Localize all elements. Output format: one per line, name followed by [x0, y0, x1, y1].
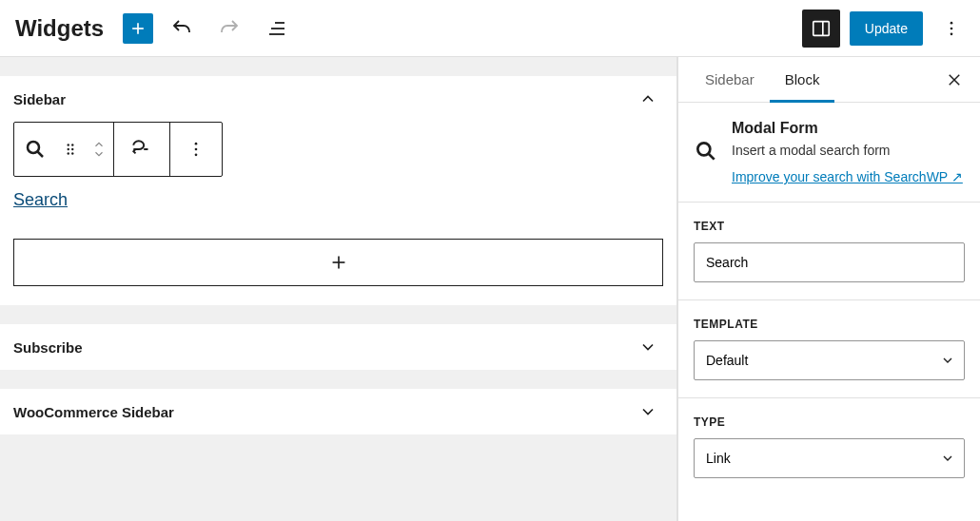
- widget-area-title: Subscribe: [13, 339, 83, 356]
- widget-area-body: Search: [0, 122, 676, 305]
- svg-point-10: [28, 142, 39, 153]
- block-description: Insert a modal search form: [732, 143, 965, 158]
- move-down-button[interactable]: [90, 149, 108, 159]
- settings-toggle[interactable]: [802, 10, 840, 48]
- block-summary: Modal Form Insert a modal search form Im…: [678, 103, 980, 203]
- widget-area-subscribe: Subscribe: [0, 324, 676, 370]
- svg-line-11: [38, 152, 44, 158]
- text-input[interactable]: [694, 242, 965, 282]
- undo-button[interactable]: [163, 10, 201, 48]
- chevron-up-icon: [638, 89, 657, 108]
- chevron-down-icon: [638, 402, 657, 421]
- svg-point-18: [195, 143, 198, 145]
- editor-canvas: Sidebar: [0, 57, 677, 521]
- widget-area-header[interactable]: WooCommerce Sidebar: [0, 389, 676, 434]
- svg-point-12: [68, 144, 69, 145]
- inspector-panel: Sidebar Block Modal Form Insert a modal …: [677, 57, 980, 521]
- toolbar-left: Widgets: [15, 10, 296, 48]
- template-label: TEMPLATE: [694, 318, 965, 331]
- widget-area-title: Sidebar: [13, 91, 66, 107]
- main-content: Sidebar: [0, 57, 980, 521]
- svg-rect-5: [813, 21, 830, 35]
- svg-point-15: [71, 148, 73, 150]
- widget-area-sidebar: Sidebar: [0, 76, 676, 305]
- field-template: TEMPLATE Default: [678, 300, 980, 398]
- widget-area-header[interactable]: Subscribe: [0, 324, 676, 370]
- svg-point-16: [68, 152, 69, 154]
- widget-area-header[interactable]: Sidebar: [0, 76, 676, 122]
- svg-line-26: [709, 154, 715, 160]
- widget-area-woocommerce: WooCommerce Sidebar: [0, 389, 676, 434]
- block-improve-link[interactable]: Improve your search with SearchWP ↗: [732, 169, 963, 184]
- block-options-button[interactable]: [170, 123, 222, 176]
- widget-area-title: WooCommerce Sidebar: [13, 404, 174, 420]
- svg-point-8: [951, 27, 953, 29]
- svg-point-17: [71, 152, 73, 154]
- move-to-area-button[interactable]: [114, 123, 169, 176]
- type-label: TYPE: [694, 415, 965, 429]
- text-label: TEXT: [694, 220, 965, 233]
- block-name: Modal Form: [732, 120, 965, 137]
- svg-point-14: [68, 148, 69, 150]
- template-select[interactable]: Default: [694, 340, 965, 380]
- move-controls: [85, 140, 113, 159]
- svg-point-19: [195, 148, 198, 151]
- field-type: TYPE Link: [678, 398, 980, 495]
- svg-point-7: [951, 21, 953, 24]
- drag-handle[interactable]: [56, 123, 85, 176]
- svg-point-13: [71, 144, 73, 145]
- page-title: Widgets: [15, 15, 104, 42]
- tab-block[interactable]: Block: [770, 57, 835, 102]
- list-view-button[interactable]: [258, 10, 296, 48]
- top-toolbar: Widgets Update: [0, 0, 980, 57]
- type-select[interactable]: Link: [694, 438, 965, 478]
- svg-point-25: [697, 143, 710, 155]
- block-toolbar: [13, 122, 223, 177]
- tab-sidebar[interactable]: Sidebar: [690, 57, 770, 102]
- add-block-toggle[interactable]: [123, 13, 153, 44]
- toolbar-right: Update: [802, 10, 970, 48]
- search-icon: [694, 139, 718, 184]
- add-block-button[interactable]: [13, 239, 663, 286]
- options-button[interactable]: [932, 10, 970, 48]
- svg-point-20: [195, 154, 198, 157]
- search-block-link[interactable]: Search: [13, 190, 68, 210]
- svg-point-9: [951, 32, 953, 35]
- inspector-tabs: Sidebar Block: [678, 57, 980, 103]
- field-text: TEXT: [678, 203, 980, 300]
- redo-button[interactable]: [210, 10, 248, 48]
- block-type-icon[interactable]: [14, 123, 56, 176]
- chevron-down-icon: [638, 338, 657, 357]
- close-inspector-button[interactable]: [940, 66, 969, 94]
- update-button[interactable]: Update: [850, 11, 923, 46]
- plus-icon: [328, 252, 349, 273]
